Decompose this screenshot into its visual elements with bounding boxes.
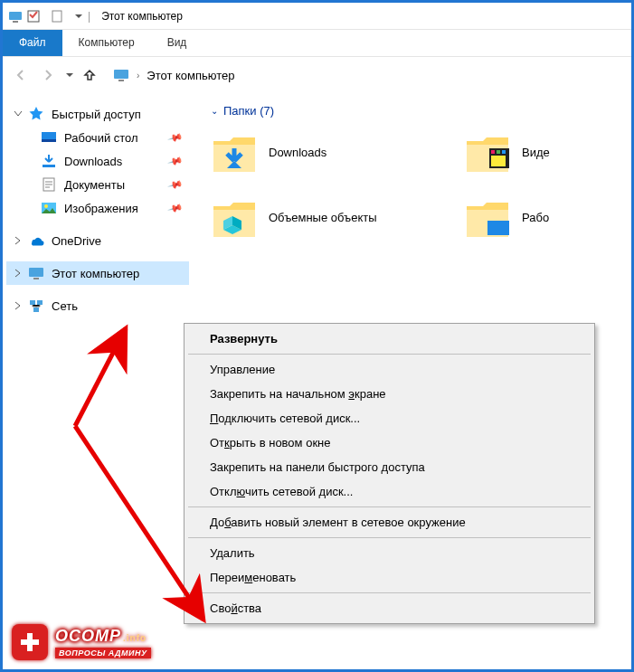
folders-grid: Downloads Виде Объемные объекты Рабо [211, 128, 622, 241]
expander-icon[interactable] [12, 108, 24, 120]
folder-label: Объемные объекты [269, 211, 377, 224]
svg-rect-24 [491, 156, 506, 166]
title-bar: | Этот компьютер [3, 3, 631, 30]
new-folder-qat-icon[interactable] [50, 9, 64, 24]
cm-open-new-window[interactable]: Открыть в новом окне [186, 431, 592, 455]
tree-documents[interactable]: Документы 📌 [6, 173, 189, 196]
nav-up-button[interactable] [79, 64, 100, 86]
context-menu: Развернуть Управление Закрепить на начал… [184, 323, 595, 624]
tree-item-label: Изображения [64, 202, 138, 215]
folders-group-header[interactable]: ⌄ Папки (7) [211, 104, 622, 118]
svg-rect-25 [487, 221, 509, 235]
svg-rect-7 [42, 139, 56, 142]
svg-rect-19 [33, 308, 39, 312]
nav-bar: › Этот компьютер [3, 57, 631, 93]
folder-downloads-icon [211, 128, 258, 175]
cm-pin-start[interactable]: Закрепить на начальном экране [186, 382, 592, 406]
svg-rect-0 [9, 12, 22, 20]
tab-view[interactable]: Вид [151, 30, 203, 56]
window-title: Этот компьютер [101, 10, 183, 23]
folder-videos-icon [464, 128, 511, 175]
svg-rect-5 [118, 80, 124, 81]
expander-icon[interactable] [12, 234, 24, 247]
watermark-badge-icon [12, 624, 48, 660]
cm-pin-quick-access[interactable]: Закрепить на панели быстрого доступа [186, 455, 592, 479]
svg-rect-16 [33, 278, 39, 279]
chevron-down-icon: ⌄ [211, 106, 218, 116]
pin-icon: 📌 [167, 176, 185, 193]
group-header-label: Папки (7) [223, 104, 274, 118]
svg-rect-4 [114, 70, 128, 79]
cm-separator [188, 506, 591, 507]
cm-manage[interactable]: Управление [186, 357, 592, 382]
expander-icon[interactable] [12, 267, 24, 279]
tree-desktop[interactable]: Рабочий стол 📌 [6, 126, 189, 149]
tree-item-label: OneDrive [52, 234, 101, 248]
watermark-tagline: ВОПРОСЫ АДМИНУ [55, 648, 151, 658]
svg-rect-3 [52, 11, 62, 22]
svg-rect-1 [13, 21, 18, 23]
tree-onedrive[interactable]: OneDrive [6, 229, 189, 252]
folder-label: Downloads [269, 146, 326, 159]
tree-pictures[interactable]: Изображения 📌 [6, 196, 189, 220]
quick-access-toolbar [26, 9, 82, 24]
properties-qat-icon[interactable] [26, 9, 41, 24]
nav-forward-button[interactable] [37, 64, 59, 86]
tab-computer[interactable]: Компьютер [62, 30, 151, 56]
folder-desktop-icon [464, 194, 511, 241]
address-bar[interactable]: › Этот компьютер [106, 62, 624, 88]
svg-rect-8 [43, 165, 55, 167]
watermark-text: OCOMP.info ВОПРОСЫ АДМИНУ [55, 627, 151, 658]
cm-disconnect-drive[interactable]: Отключить сетевой диск... [186, 479, 592, 504]
cm-separator [188, 592, 591, 593]
pin-icon: 📌 [167, 129, 185, 146]
tree-item-label: Быстрый доступ [52, 108, 141, 121]
cm-separator [188, 537, 591, 538]
tree-item-label: Этот компьютер [52, 267, 139, 280]
titlebar-separator: | [88, 10, 90, 23]
svg-rect-23 [502, 150, 506, 154]
tree-network[interactable]: Сеть [6, 294, 189, 317]
cm-rename[interactable]: Переименовать [186, 565, 592, 590]
folder-3d-objects[interactable]: Объемные объекты [211, 194, 428, 241]
tree-item-label: Сеть [52, 299, 78, 313]
cm-add-network-location[interactable]: Добавить новый элемент в сетевое окружен… [186, 510, 592, 535]
cm-properties[interactable]: Свойства [186, 596, 592, 620]
this-pc-icon [113, 67, 129, 83]
tab-file[interactable]: Файл [3, 30, 62, 56]
app-icon [8, 9, 23, 24]
svg-rect-21 [491, 150, 495, 154]
downloads-icon [41, 153, 57, 169]
pin-icon: 📌 [167, 200, 185, 216]
svg-rect-15 [29, 268, 43, 277]
folder-videos[interactable]: Виде [464, 128, 554, 175]
desktop-icon [41, 129, 57, 146]
this-pc-icon [28, 265, 44, 281]
tree-item-label: Рабочий стол [64, 131, 138, 145]
tree-this-pc[interactable]: Этот компьютер [6, 261, 189, 285]
tree-item-label: Документы [64, 178, 125, 192]
cm-separator [188, 354, 591, 355]
folder-desktop[interactable]: Рабо [464, 194, 554, 241]
folder-label: Виде [522, 146, 550, 159]
qat-dropdown-icon[interactable] [75, 14, 82, 18]
expander-icon[interactable] [12, 299, 24, 312]
breadcrumb-chevron-icon[interactable]: › [137, 71, 139, 80]
svg-rect-18 [37, 300, 43, 305]
breadcrumb-item[interactable]: Этот компьютер [147, 69, 234, 82]
pictures-icon [41, 200, 57, 216]
cm-delete[interactable]: Удалить [186, 541, 592, 565]
folder-3d-icon [211, 194, 258, 241]
documents-icon [41, 176, 57, 193]
watermark-suffix: .info [123, 633, 147, 643]
folder-label: Рабо [522, 211, 549, 224]
tree-downloads[interactable]: Downloads 📌 [6, 149, 189, 173]
nav-recent-dropdown-icon[interactable] [66, 73, 73, 77]
cm-map-drive[interactable]: Подключить сетевой диск... [186, 406, 592, 431]
cm-expand[interactable]: Развернуть [186, 327, 592, 351]
nav-back-button[interactable] [10, 64, 32, 86]
svg-point-14 [44, 204, 48, 208]
folder-downloads[interactable]: Downloads [211, 128, 428, 175]
network-icon [28, 298, 44, 314]
tree-quick-access[interactable]: Быстрый доступ [6, 102, 189, 126]
